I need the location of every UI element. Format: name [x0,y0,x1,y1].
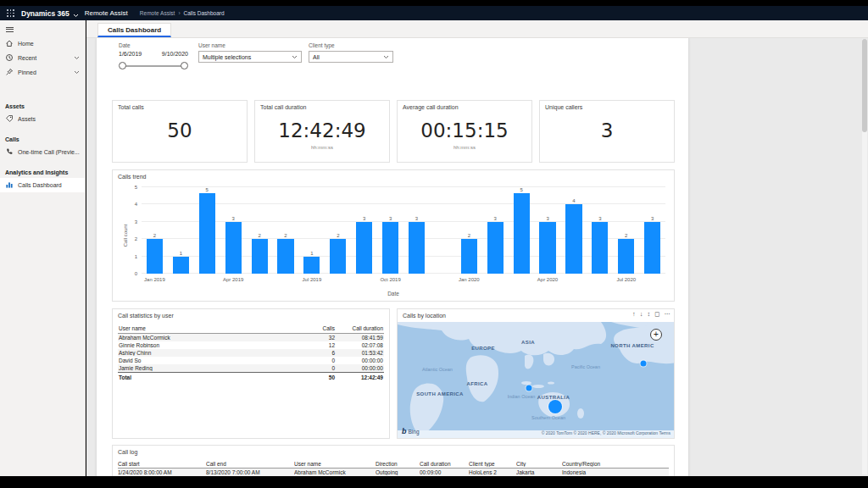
table-header-row: User name Calls Call duration [118,324,384,334]
user-name-dropdown[interactable]: Multiple selections [198,51,302,63]
date-end-value[interactable]: 9/10/2020 [162,51,188,57]
chevron-down-icon [74,69,80,75]
bar-aug-2020[interactable] [644,222,660,274]
bar-feb-2019[interactable] [173,257,189,274]
sidebar-item-pinned[interactable]: Pinned [0,65,85,80]
date-start-value[interactable]: 1/6/2019 [119,51,142,57]
table-row[interactable]: David So000:00:00 [118,357,384,364]
table-row[interactable]: Abraham McCormick3208:41:59 [118,334,384,341]
sidebar-item-recent[interactable]: Recent [0,51,85,65]
map-ocean-label: Indian Ocean [508,394,536,399]
chart-title: Calls trend [113,170,674,180]
column-header[interactable]: Calls [304,325,335,331]
x-tick-label [403,277,430,285]
table-title: Call statistics by user [113,309,389,319]
slider-handle-start[interactable] [119,62,126,69]
bar-slot [430,187,456,274]
bar-feb-2020[interactable] [487,222,504,274]
date-slicer-label: Date [119,42,188,48]
map-toolbar: ↑↓↕◻⋯ [632,311,670,318]
scrollbar-thumb[interactable] [862,39,867,132]
cell: 00:09:00 [420,469,469,475]
map-continent-label: AFRICA [466,381,487,386]
bar-jun-2019[interactable] [277,239,293,274]
bar-value-label: 1 [310,251,313,256]
sidebar-item-calls-dashboard[interactable]: Calls Dashboard [0,178,85,192]
bar-may-2019[interactable] [252,239,268,274]
sidebar-item-home[interactable]: Home [0,36,85,51]
bar-slot: 3 [535,187,561,274]
bar-jan-2020[interactable] [461,239,477,274]
kpi-total-calls: Total calls 50 [112,100,248,163]
bar-mar-2019[interactable] [199,193,215,274]
arrows-up-down-icon[interactable]: ↕ [648,311,651,318]
bing-logo[interactable]: b Bing [402,427,420,435]
x-tick-label: Apr 2019 [220,277,247,285]
bar-may-2020[interactable] [565,204,581,274]
sidebar-item-label: Home [18,41,80,47]
bar-oct-2019[interactable] [382,222,398,274]
table-row[interactable]: Jamie Reding000:00:00 [118,364,384,372]
bar-jun-2020[interactable] [592,222,608,274]
breadcrumb: Remote Assist › Calls Dashboard [140,10,225,16]
y-axis-title: Call count [123,225,128,247]
sidebar-item-label: Pinned [18,69,70,75]
client-type-dropdown[interactable]: All [309,51,393,63]
bar-jul-2019[interactable] [303,257,320,274]
focus-mode-icon[interactable]: ◻ [654,311,659,318]
call-statistics-table: Call statistics by user User name Calls … [112,308,390,439]
sidebar-item-label: One-time Call (Previe... [18,149,80,155]
brand-title[interactable]: Dynamics 365 [21,9,70,18]
bar-jan-2019[interactable] [147,239,163,274]
bar-slot: 2 [456,187,482,274]
map[interactable]: EUROPEASIANORTH AMERICAFRICASOUTH AMERIC… [398,322,674,438]
tab-calls-dashboard[interactable]: Calls Dashboard [97,23,171,37]
kpi-title: Total call duration [255,101,389,110]
user-name-dropdown-value: Multiple selections [203,54,251,60]
bar-aug-2019[interactable] [330,239,346,274]
hamburger-menu-icon[interactable] [0,20,85,36]
app-name[interactable]: Remote Assist [85,9,128,17]
bar-mar-2020[interactable] [514,193,530,274]
column-header: Country/Region [562,461,669,467]
bar-jul-2020[interactable] [618,239,634,274]
bar-slot: 2 [247,187,273,274]
x-tick-label [587,277,613,285]
cell: 01:53:42 [335,350,384,356]
sidebar: Home Recent Pinned Assets [0,20,86,476]
location-bubble[interactable] [548,400,562,413]
app-launcher-icon[interactable] [7,9,14,17]
clock-icon [5,53,14,63]
breadcrumb-current[interactable]: Calls Dashboard [184,10,225,16]
location-bubble[interactable] [641,361,647,367]
table-row[interactable]: Ashley Chinn601:53:42 [118,349,384,357]
arrow-up-icon[interactable]: ↑ [632,311,636,318]
zoom-in-button[interactable]: + [650,329,662,341]
more-options-icon[interactable]: ⋯ [665,311,671,318]
chevron-down-icon [292,55,298,59]
bar-sep-2019[interactable] [356,222,372,274]
letterbox-top [0,0,868,6]
x-tick-label: Jan 2019 [142,277,168,285]
bar-value-label: 3 [363,216,365,221]
table-row[interactable]: Ginnie Robinson1202:07:08 [118,341,384,349]
column-header[interactable]: Call duration [335,325,384,331]
slider-handle-end[interactable] [181,62,188,69]
bar-apr-2020[interactable] [539,222,555,274]
bar-value-label: 5 [520,187,522,192]
cell: Jakarta [516,469,562,475]
sidebar-item-assets[interactable]: Assets [0,112,85,126]
location-bubble[interactable] [526,385,532,391]
breadcrumb-root[interactable]: Remote Assist [140,10,175,16]
bar-apr-2019[interactable] [225,222,242,274]
map-continent-label: SOUTH AMERICA [416,391,464,396]
sidebar-item-one-time-call[interactable]: One-time Call (Previe... [0,145,85,159]
table-row[interactable]: 1/24/2020 8:00:00 AM8/13/2020 7:00:00 AM… [118,469,669,476]
map-copyright[interactable]: © 2020 TomTom © 2020 HERE, © 2020 Micros… [542,430,670,435]
cell: Abraham McCormick [294,469,376,475]
arrow-down-icon[interactable]: ↓ [640,311,643,318]
bing-b-icon: b [402,427,407,435]
bar-nov-2019[interactable] [409,222,425,274]
column-header[interactable]: User name [118,325,304,331]
phone-icon [5,147,14,157]
